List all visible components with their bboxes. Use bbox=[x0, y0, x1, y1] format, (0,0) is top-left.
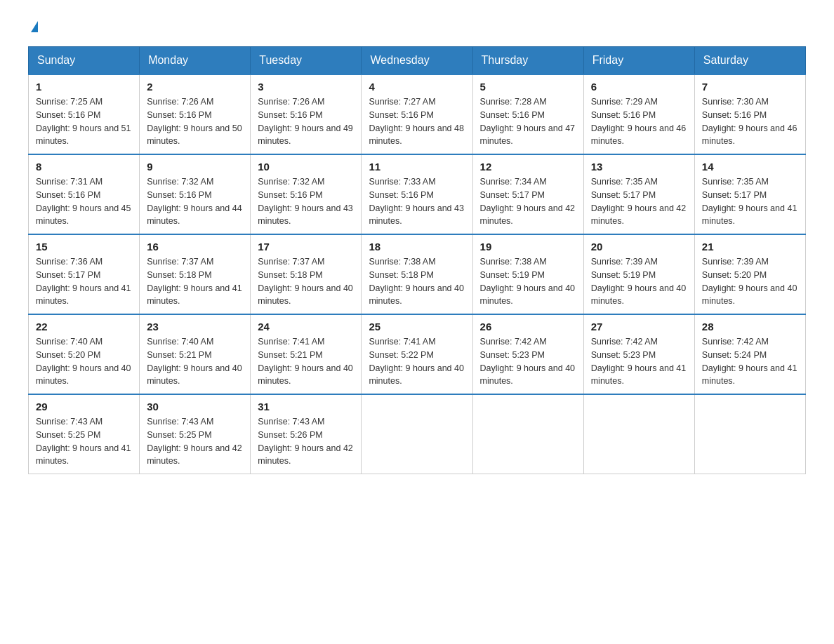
day-number: 22 bbox=[36, 321, 132, 333]
calendar-cell: 25 Sunrise: 7:41 AMSunset: 5:22 PMDaylig… bbox=[362, 314, 472, 394]
calendar-cell: 27 Sunrise: 7:42 AMSunset: 5:23 PMDaylig… bbox=[583, 314, 694, 394]
day-number: 26 bbox=[480, 321, 576, 333]
calendar-cell bbox=[362, 394, 472, 474]
calendar-cell: 8 Sunrise: 7:31 AMSunset: 5:16 PMDayligh… bbox=[29, 154, 140, 234]
calendar-cell: 5 Sunrise: 7:28 AMSunset: 5:16 PMDayligh… bbox=[472, 74, 583, 154]
calendar-cell: 23 Sunrise: 7:40 AMSunset: 5:21 PMDaylig… bbox=[140, 314, 251, 394]
calendar-cell: 21 Sunrise: 7:39 AMSunset: 5:20 PMDaylig… bbox=[694, 234, 805, 314]
day-number: 21 bbox=[702, 241, 798, 253]
day-info: Sunrise: 7:40 AMSunset: 5:20 PMDaylight:… bbox=[36, 337, 131, 386]
day-info: Sunrise: 7:42 AMSunset: 5:23 PMDaylight:… bbox=[591, 337, 687, 386]
day-number: 31 bbox=[258, 401, 354, 412]
day-number: 15 bbox=[36, 241, 132, 253]
calendar-cell: 1 Sunrise: 7:25 AMSunset: 5:16 PMDayligh… bbox=[29, 74, 140, 154]
calendar-cell: 10 Sunrise: 7:32 AMSunset: 5:16 PMDaylig… bbox=[251, 154, 362, 234]
calendar-cell: 28 Sunrise: 7:42 AMSunset: 5:24 PMDaylig… bbox=[694, 314, 805, 394]
day-number: 19 bbox=[480, 241, 576, 253]
weekday-header-wednesday: Wednesday bbox=[362, 47, 472, 75]
weekday-header-friday: Friday bbox=[583, 47, 694, 75]
day-info: Sunrise: 7:34 AMSunset: 5:17 PMDaylight:… bbox=[480, 177, 576, 226]
weekday-header-row: SundayMondayTuesdayWednesdayThursdayFrid… bbox=[29, 47, 806, 75]
day-info: Sunrise: 7:29 AMSunset: 5:16 PMDaylight:… bbox=[591, 97, 687, 146]
day-info: Sunrise: 7:31 AMSunset: 5:16 PMDaylight:… bbox=[36, 177, 131, 226]
calendar-cell: 17 Sunrise: 7:37 AMSunset: 5:18 PMDaylig… bbox=[251, 234, 362, 314]
day-number: 7 bbox=[702, 81, 798, 93]
weekday-header-sunday: Sunday bbox=[29, 47, 140, 75]
weekday-header-monday: Monday bbox=[140, 47, 251, 75]
calendar-week-2: 8 Sunrise: 7:31 AMSunset: 5:16 PMDayligh… bbox=[29, 154, 806, 234]
day-number: 25 bbox=[369, 321, 465, 333]
day-info: Sunrise: 7:33 AMSunset: 5:16 PMDaylight:… bbox=[369, 177, 464, 226]
day-number: 5 bbox=[480, 81, 576, 93]
day-number: 2 bbox=[147, 81, 243, 93]
day-info: Sunrise: 7:35 AMSunset: 5:17 PMDaylight:… bbox=[702, 177, 797, 226]
day-info: Sunrise: 7:43 AMSunset: 5:26 PMDaylight:… bbox=[258, 417, 353, 466]
day-info: Sunrise: 7:35 AMSunset: 5:17 PMDaylight:… bbox=[591, 177, 687, 226]
day-number: 28 bbox=[702, 321, 798, 333]
calendar-cell: 2 Sunrise: 7:26 AMSunset: 5:16 PMDayligh… bbox=[140, 74, 251, 154]
calendar-week-1: 1 Sunrise: 7:25 AMSunset: 5:16 PMDayligh… bbox=[29, 74, 806, 154]
day-number: 6 bbox=[591, 81, 687, 93]
day-number: 29 bbox=[36, 401, 132, 412]
calendar-cell: 18 Sunrise: 7:38 AMSunset: 5:18 PMDaylig… bbox=[362, 234, 472, 314]
calendar-cell: 16 Sunrise: 7:37 AMSunset: 5:18 PMDaylig… bbox=[140, 234, 251, 314]
calendar-cell: 13 Sunrise: 7:35 AMSunset: 5:17 PMDaylig… bbox=[583, 154, 694, 234]
day-number: 11 bbox=[369, 161, 465, 173]
page-header bbox=[28, 21, 806, 32]
day-number: 13 bbox=[591, 161, 687, 173]
day-info: Sunrise: 7:38 AMSunset: 5:19 PMDaylight:… bbox=[480, 257, 576, 306]
weekday-header-tuesday: Tuesday bbox=[251, 47, 362, 75]
calendar-cell bbox=[694, 394, 805, 474]
calendar-cell: 4 Sunrise: 7:27 AMSunset: 5:16 PMDayligh… bbox=[362, 74, 472, 154]
calendar-cell: 15 Sunrise: 7:36 AMSunset: 5:17 PMDaylig… bbox=[29, 234, 140, 314]
calendar-cell: 12 Sunrise: 7:34 AMSunset: 5:17 PMDaylig… bbox=[472, 154, 583, 234]
calendar-week-3: 15 Sunrise: 7:36 AMSunset: 5:17 PMDaylig… bbox=[29, 234, 806, 314]
day-info: Sunrise: 7:25 AMSunset: 5:16 PMDaylight:… bbox=[36, 97, 131, 146]
day-info: Sunrise: 7:42 AMSunset: 5:23 PMDaylight:… bbox=[480, 337, 576, 386]
day-info: Sunrise: 7:27 AMSunset: 5:16 PMDaylight:… bbox=[369, 97, 464, 146]
calendar-cell: 20 Sunrise: 7:39 AMSunset: 5:19 PMDaylig… bbox=[583, 234, 694, 314]
day-number: 30 bbox=[147, 401, 243, 412]
calendar-cell: 30 Sunrise: 7:43 AMSunset: 5:25 PMDaylig… bbox=[140, 394, 251, 474]
day-number: 16 bbox=[147, 241, 243, 253]
day-number: 12 bbox=[480, 161, 576, 173]
day-number: 14 bbox=[702, 161, 798, 173]
calendar-cell: 26 Sunrise: 7:42 AMSunset: 5:23 PMDaylig… bbox=[472, 314, 583, 394]
calendar-cell: 9 Sunrise: 7:32 AMSunset: 5:16 PMDayligh… bbox=[140, 154, 251, 234]
day-info: Sunrise: 7:40 AMSunset: 5:21 PMDaylight:… bbox=[147, 337, 242, 386]
day-info: Sunrise: 7:37 AMSunset: 5:18 PMDaylight:… bbox=[258, 257, 353, 306]
calendar-week-4: 22 Sunrise: 7:40 AMSunset: 5:20 PMDaylig… bbox=[29, 314, 806, 394]
day-info: Sunrise: 7:39 AMSunset: 5:19 PMDaylight:… bbox=[591, 257, 687, 306]
day-number: 17 bbox=[258, 241, 354, 253]
calendar-cell bbox=[472, 394, 583, 474]
calendar-week-5: 29 Sunrise: 7:43 AMSunset: 5:25 PMDaylig… bbox=[29, 394, 806, 474]
day-info: Sunrise: 7:39 AMSunset: 5:20 PMDaylight:… bbox=[702, 257, 797, 306]
logo-triangle-icon bbox=[31, 21, 38, 32]
calendar-cell: 19 Sunrise: 7:38 AMSunset: 5:19 PMDaylig… bbox=[472, 234, 583, 314]
day-info: Sunrise: 7:26 AMSunset: 5:16 PMDaylight:… bbox=[147, 97, 242, 146]
day-number: 18 bbox=[369, 241, 465, 253]
day-info: Sunrise: 7:30 AMSunset: 5:16 PMDaylight:… bbox=[702, 97, 797, 146]
logo bbox=[28, 21, 38, 32]
day-info: Sunrise: 7:43 AMSunset: 5:25 PMDaylight:… bbox=[147, 417, 242, 466]
day-number: 24 bbox=[258, 321, 354, 333]
day-number: 1 bbox=[36, 81, 132, 93]
day-info: Sunrise: 7:36 AMSunset: 5:17 PMDaylight:… bbox=[36, 257, 131, 306]
day-number: 20 bbox=[591, 241, 687, 253]
day-number: 4 bbox=[369, 81, 465, 93]
day-number: 9 bbox=[147, 161, 243, 173]
day-info: Sunrise: 7:28 AMSunset: 5:16 PMDaylight:… bbox=[480, 97, 576, 146]
calendar-cell: 22 Sunrise: 7:40 AMSunset: 5:20 PMDaylig… bbox=[29, 314, 140, 394]
calendar-cell: 7 Sunrise: 7:30 AMSunset: 5:16 PMDayligh… bbox=[694, 74, 805, 154]
day-number: 27 bbox=[591, 321, 687, 333]
day-info: Sunrise: 7:42 AMSunset: 5:24 PMDaylight:… bbox=[702, 337, 797, 386]
day-info: Sunrise: 7:41 AMSunset: 5:22 PMDaylight:… bbox=[369, 337, 464, 386]
day-info: Sunrise: 7:26 AMSunset: 5:16 PMDaylight:… bbox=[258, 97, 353, 146]
calendar-cell: 29 Sunrise: 7:43 AMSunset: 5:25 PMDaylig… bbox=[29, 394, 140, 474]
calendar-cell: 24 Sunrise: 7:41 AMSunset: 5:21 PMDaylig… bbox=[251, 314, 362, 394]
calendar-cell: 11 Sunrise: 7:33 AMSunset: 5:16 PMDaylig… bbox=[362, 154, 472, 234]
calendar-cell: 3 Sunrise: 7:26 AMSunset: 5:16 PMDayligh… bbox=[251, 74, 362, 154]
day-number: 10 bbox=[258, 161, 354, 173]
calendar-cell: 6 Sunrise: 7:29 AMSunset: 5:16 PMDayligh… bbox=[583, 74, 694, 154]
day-info: Sunrise: 7:43 AMSunset: 5:25 PMDaylight:… bbox=[36, 417, 131, 466]
